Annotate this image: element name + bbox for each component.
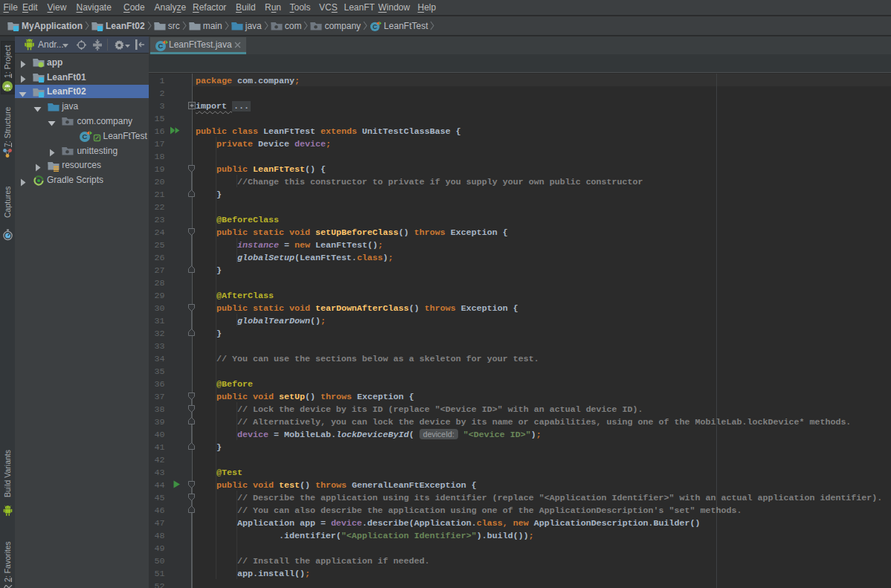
svg-text:C: C xyxy=(373,22,377,30)
svg-text:C: C xyxy=(158,42,164,50)
svg-text:C: C xyxy=(83,132,88,140)
